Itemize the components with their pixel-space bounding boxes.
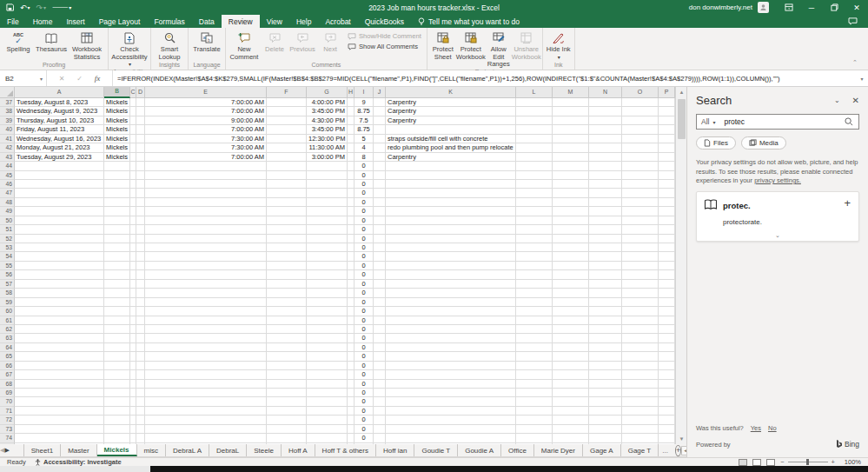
cell-M44[interactable]	[553, 162, 589, 170]
cell-P59[interactable]	[659, 298, 675, 307]
row-header-61[interactable]: 61	[0, 316, 15, 325]
cell-O45[interactable]	[622, 171, 659, 180]
cell-I59[interactable]: 0	[354, 298, 374, 307]
cell-J59[interactable]	[374, 298, 386, 307]
cell-P72[interactable]	[659, 415, 675, 424]
cell-A54[interactable]	[15, 252, 104, 261]
cell-I65[interactable]: 0	[354, 352, 374, 361]
cell-C71[interactable]	[130, 407, 136, 415]
cell-D58[interactable]	[136, 289, 145, 297]
row-header-65[interactable]: 65	[0, 352, 15, 361]
cell-J67[interactable]	[374, 370, 386, 379]
cell-B51[interactable]	[104, 225, 130, 234]
cell-O63[interactable]	[622, 334, 659, 342]
cell-K47[interactable]	[386, 189, 516, 197]
cell-F41[interactable]	[267, 135, 307, 143]
cell-O65[interactable]	[622, 352, 659, 361]
search-input[interactable]: protec	[720, 117, 845, 126]
cell-K44[interactable]	[386, 162, 516, 170]
cell-E57[interactable]	[145, 280, 267, 289]
cell-F37[interactable]	[267, 98, 307, 107]
cell-E44[interactable]	[145, 162, 267, 170]
cell-D49[interactable]	[136, 207, 145, 216]
cell-E48[interactable]	[145, 198, 267, 207]
cell-E69[interactable]	[145, 389, 267, 397]
cell-H59[interactable]	[348, 298, 354, 307]
cell-D72[interactable]	[136, 415, 145, 424]
column-header-I[interactable]: I	[354, 87, 374, 98]
cell-F52[interactable]	[267, 235, 307, 243]
cell-M57[interactable]	[553, 280, 589, 289]
cell-M62[interactable]	[553, 325, 589, 334]
column-header-F[interactable]: F	[267, 87, 307, 98]
cell-J54[interactable]	[374, 252, 386, 261]
cell-H53[interactable]	[348, 243, 354, 252]
cell-A57[interactable]	[15, 280, 104, 289]
cell-N50[interactable]	[589, 216, 622, 225]
cell-G53[interactable]	[307, 243, 348, 252]
cell-P47[interactable]	[659, 189, 675, 197]
cell-B59[interactable]	[104, 298, 130, 307]
cell-G56[interactable]	[307, 270, 348, 279]
row-header-67[interactable]: 67	[0, 370, 15, 379]
cell-P52[interactable]	[659, 235, 675, 243]
cell-D44[interactable]	[136, 162, 145, 170]
cell-E58[interactable]	[145, 289, 267, 297]
cell-J72[interactable]	[374, 415, 386, 424]
cell-G62[interactable]	[307, 325, 348, 334]
sheet-tab-mickels[interactable]: Mickels	[97, 444, 137, 456]
cell-G43[interactable]: 3:00:00 PM	[307, 153, 348, 162]
cell-L48[interactable]	[516, 198, 553, 207]
cell-C59[interactable]	[130, 298, 136, 307]
cell-M48[interactable]	[553, 198, 589, 207]
cell-A50[interactable]	[15, 216, 104, 225]
cell-H40[interactable]	[348, 125, 354, 134]
cell-E72[interactable]	[145, 415, 267, 424]
cell-P43[interactable]	[659, 153, 675, 162]
cell-H51[interactable]	[348, 225, 354, 234]
cell-O46[interactable]	[622, 180, 659, 189]
cell-N51[interactable]	[589, 225, 622, 234]
cell-O64[interactable]	[622, 343, 659, 352]
cell-N41[interactable]	[589, 135, 622, 143]
cell-M46[interactable]	[553, 180, 589, 189]
cell-O62[interactable]	[622, 325, 659, 334]
cell-L67[interactable]	[516, 370, 553, 379]
sheet-tab-sheet1[interactable]: Sheet1	[23, 444, 61, 456]
cell-C58[interactable]	[130, 289, 136, 297]
cell-D66[interactable]	[136, 362, 145, 370]
cell-I51[interactable]: 0	[354, 225, 374, 234]
cell-N47[interactable]	[589, 189, 622, 197]
cell-M73[interactable]	[553, 425, 589, 434]
feedback-no-link[interactable]: No	[768, 424, 777, 432]
cell-D54[interactable]	[136, 252, 145, 261]
cell-H38[interactable]	[348, 107, 354, 116]
cell-F55[interactable]	[267, 262, 307, 270]
cell-M45[interactable]	[553, 171, 589, 180]
cell-P48[interactable]	[659, 198, 675, 207]
cell-F71[interactable]	[267, 407, 307, 415]
row-header-51[interactable]: 51	[0, 225, 15, 234]
cell-D46[interactable]	[136, 180, 145, 189]
cell-E46[interactable]	[145, 180, 267, 189]
cell-M63[interactable]	[553, 334, 589, 342]
cell-G72[interactable]	[307, 415, 348, 424]
cell-F72[interactable]	[267, 415, 307, 424]
cell-B53[interactable]	[104, 243, 130, 252]
cell-K63[interactable]	[386, 334, 516, 342]
cell-O67[interactable]	[622, 370, 659, 379]
search-result-card[interactable]: protec. + protectorate. ⌄	[696, 191, 859, 242]
cell-G67[interactable]	[307, 370, 348, 379]
cell-K48[interactable]	[386, 198, 516, 207]
cell-J49[interactable]	[374, 207, 386, 216]
cell-O43[interactable]	[622, 153, 659, 162]
cell-O49[interactable]	[622, 207, 659, 216]
row-header-46[interactable]: 46	[0, 180, 15, 189]
cell-D70[interactable]	[136, 397, 145, 406]
cell-B74[interactable]	[104, 434, 130, 442]
cell-I40[interactable]: 8.75	[354, 125, 374, 134]
cell-K69[interactable]	[386, 389, 516, 397]
cell-M59[interactable]	[553, 298, 589, 307]
vertical-scrollbar[interactable]: ▲ ▼	[675, 87, 686, 444]
sheet-tab-master[interactable]: Master	[61, 444, 96, 456]
